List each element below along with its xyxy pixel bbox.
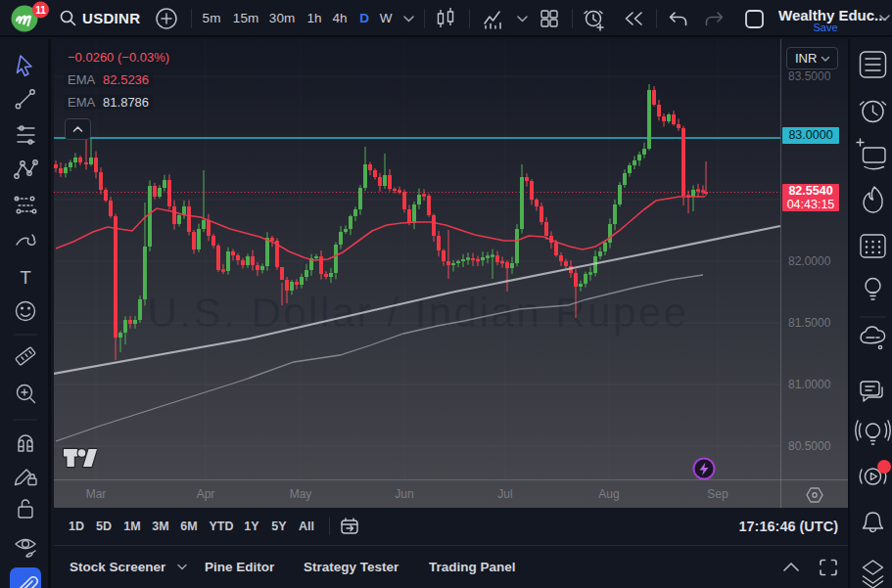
- svg-text:U.S. Dollar / Indian Rupee: U.S. Dollar / Indian Rupee: [148, 290, 689, 336]
- svg-text:USDINR: USDINR: [82, 10, 140, 26]
- svg-text:11: 11: [35, 5, 46, 16]
- svg-text:Save: Save: [813, 22, 837, 33]
- svg-text:Wealthy Educ...: Wealthy Educ...: [778, 7, 887, 23]
- svg-text:T: T: [20, 267, 31, 288]
